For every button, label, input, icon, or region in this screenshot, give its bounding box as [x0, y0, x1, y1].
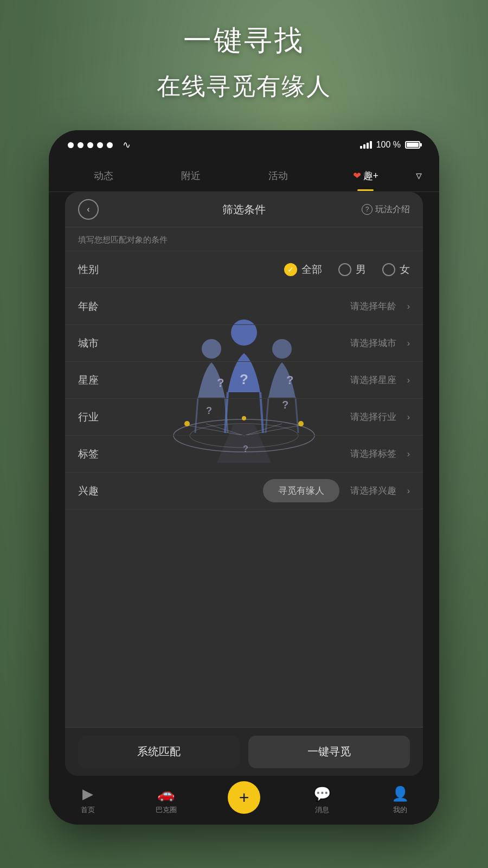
- gender-label: 性别: [78, 263, 121, 277]
- gender-female-label: 女: [400, 263, 410, 277]
- help-icon: ?: [362, 204, 373, 215]
- panel-header: ‹ 筛选条件 ? 玩法介绍: [65, 192, 423, 227]
- radio-female: [382, 263, 395, 276]
- tag-placeholder: 请选择标签: [350, 448, 396, 460]
- nav-home-label: 首页: [81, 805, 95, 815]
- dot3: [87, 142, 93, 148]
- headline-line1: 一键寻找: [0, 22, 488, 60]
- status-bar: ∿ 100 %: [49, 130, 439, 159]
- wifi-icon: ∿: [123, 139, 131, 151]
- back-chevron-icon: ‹: [87, 205, 89, 214]
- gender-male[interactable]: 男: [338, 263, 366, 277]
- help-link[interactable]: ? 玩法介绍: [362, 204, 410, 215]
- gender-male-label: 男: [356, 263, 366, 277]
- gender-all-label: 全部: [301, 263, 322, 277]
- nav-tabs: 动态 附近 活动 ❤ 趣+ ▿: [49, 159, 439, 192]
- industry-content: 请选择行业 ›: [121, 411, 410, 423]
- tag-label: 标签: [78, 447, 121, 461]
- filter-button[interactable]: ▿: [409, 164, 428, 187]
- car-icon: 🚗: [157, 786, 175, 802]
- filter-row-city[interactable]: 城市 请选择城市 ›: [65, 325, 423, 362]
- battery-percent: 100 %: [376, 140, 401, 150]
- plus-icon: +: [239, 788, 249, 808]
- filter-row-interest: 兴趣 寻觅有缘人 请选择兴趣 ›: [65, 473, 423, 509]
- interest-chevron-icon: ›: [407, 486, 410, 496]
- age-chevron-icon: ›: [407, 302, 410, 311]
- signal-icon: [360, 141, 372, 149]
- search-button[interactable]: 一键寻觅: [248, 736, 410, 768]
- nav-message-label: 消息: [315, 805, 329, 815]
- tab-fujin[interactable]: 附近: [147, 165, 234, 187]
- status-dots: [68, 142, 113, 148]
- zodiac-label: 星座: [78, 373, 121, 387]
- industry-label: 行业: [78, 410, 121, 424]
- city-chevron-icon: ›: [407, 339, 410, 348]
- nav-home[interactable]: ▶ 首页: [49, 786, 127, 815]
- dot4: [97, 142, 103, 148]
- city-content: 请选择城市 ›: [121, 337, 410, 349]
- dot1: [68, 142, 74, 148]
- user-icon: 👤: [391, 786, 409, 802]
- top-text-block: 一键寻找 在线寻觅有缘人: [0, 22, 488, 103]
- panel-bottom: 系统匹配 一键寻觅: [65, 727, 423, 776]
- home-icon: ▶: [82, 786, 93, 802]
- industry-placeholder: 请选择行业: [350, 411, 396, 423]
- interest-content: 寻觅有缘人 请选择兴趣 ›: [121, 479, 410, 502]
- filter-row-industry[interactable]: 行业 请选择行业 ›: [65, 399, 423, 436]
- gender-all[interactable]: ✓ 全部: [284, 263, 322, 277]
- phone-frame: ∿ 100 % 动态 附近 活动 ❤ 趣+ ▿: [49, 130, 439, 825]
- nav-bakequan[interactable]: 🚗 巴克圈: [127, 786, 205, 815]
- tag-content: 请选择标签 ›: [121, 448, 410, 460]
- dot5: [107, 142, 113, 148]
- filter-row-gender: 性别 ✓ 全部 男: [65, 251, 423, 288]
- tab-huodong[interactable]: 活动: [235, 165, 322, 187]
- tag-chevron-icon: ›: [407, 449, 410, 459]
- city-placeholder: 请选择城市: [350, 337, 396, 349]
- interest-label: 兴趣: [78, 484, 121, 498]
- back-button[interactable]: ‹: [78, 199, 99, 220]
- zodiac-chevron-icon: ›: [407, 375, 410, 385]
- filter-row-zodiac[interactable]: 星座 请选择星座 ›: [65, 362, 423, 399]
- nav-bakequan-label: 巴克圈: [156, 805, 177, 815]
- gender-female[interactable]: 女: [382, 263, 410, 277]
- match-button[interactable]: 系统匹配: [78, 736, 240, 768]
- age-placeholder: 请选择年龄: [350, 300, 396, 312]
- panel-title: 筛选条件: [222, 202, 266, 217]
- help-label: 玩法介绍: [375, 204, 410, 215]
- radio-all: ✓: [284, 263, 297, 276]
- age-content: 请选择年龄 ›: [121, 300, 410, 312]
- zodiac-content: 请选择星座 ›: [121, 374, 410, 386]
- filter-row-tag[interactable]: 标签 请选择标签 ›: [65, 436, 423, 473]
- dot2: [78, 142, 84, 148]
- gender-options: ✓ 全部 男 女: [121, 263, 410, 277]
- chat-icon: 💬: [313, 786, 331, 802]
- age-label: 年龄: [78, 299, 121, 314]
- tab-dongtai[interactable]: 动态: [60, 165, 147, 187]
- nav-profile[interactable]: 👤 我的: [361, 786, 439, 815]
- bottom-nav: ▶ 首页 🚗 巴克圈 + 💬 消息 👤 我的: [49, 776, 439, 825]
- headline-line2: 在线寻觅有缘人: [0, 71, 488, 103]
- check-icon: ✓: [287, 265, 294, 274]
- nav-profile-label: 我的: [393, 805, 407, 815]
- radio-male: [338, 263, 351, 276]
- plus-button[interactable]: +: [228, 781, 260, 814]
- zodiac-placeholder: 请选择星座: [350, 374, 396, 386]
- filter-row-age[interactable]: 年龄 请选择年龄 ›: [65, 288, 423, 325]
- status-right: 100 %: [360, 140, 420, 150]
- city-label: 城市: [78, 336, 121, 350]
- filter-panel: ‹ 筛选条件 ? 玩法介绍 填写您想匹配对象的条件: [65, 192, 423, 776]
- nav-plus[interactable]: +: [205, 781, 283, 819]
- heart-icon: ❤: [353, 170, 361, 182]
- interest-placeholder: 请选择兴趣: [350, 484, 396, 497]
- interest-btn[interactable]: 寻觅有缘人: [263, 479, 339, 502]
- tab-qu-plus[interactable]: ❤ 趣+: [322, 165, 409, 187]
- nav-message[interactable]: 💬 消息: [283, 786, 361, 815]
- panel-subtitle: 填写您想匹配对象的条件: [65, 227, 423, 251]
- battery-icon: [405, 141, 420, 149]
- industry-chevron-icon: ›: [407, 412, 410, 422]
- filter-list: ? ? ? ? ? ?: [65, 251, 423, 727]
